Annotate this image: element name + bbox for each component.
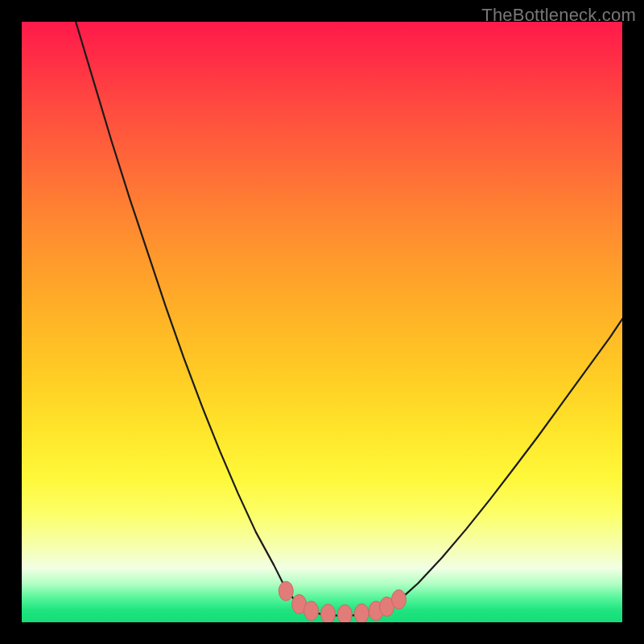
curve-marker [304, 601, 319, 621]
marker-group [279, 581, 406, 622]
curve-marker [320, 605, 335, 622]
bottleneck-curve [76, 22, 622, 616]
chart-svg [22, 22, 622, 622]
curve-marker [337, 605, 352, 622]
curve-marker [354, 604, 369, 622]
curve-marker [391, 590, 406, 609]
watermark-text: TheBottleneck.com [481, 5, 636, 26]
curve-marker [279, 581, 293, 601]
chart-plot-area [22, 22, 622, 622]
